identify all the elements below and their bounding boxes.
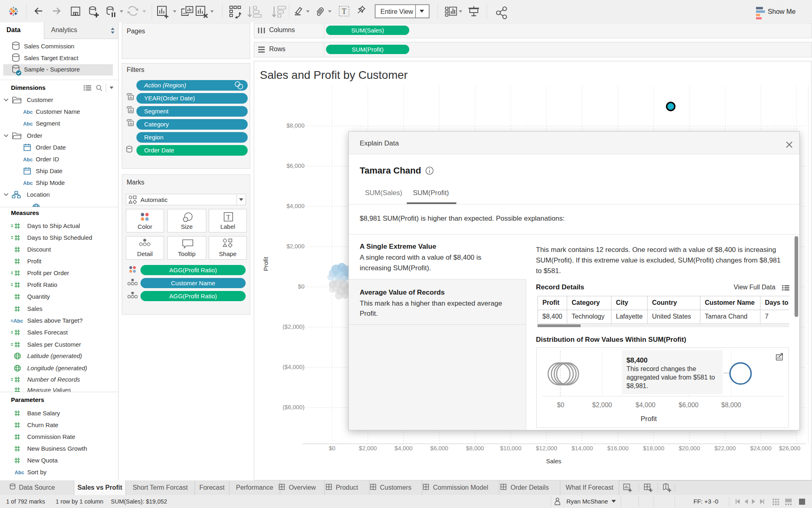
svg-text:Abc: Abc xyxy=(23,180,33,186)
svg-text:Abc: Abc xyxy=(15,470,24,475)
svg-text:Ryan McShane: Ryan McShane xyxy=(566,498,608,505)
svg-text:Automatic: Automatic xyxy=(140,196,168,203)
svg-text:Show Me: Show Me xyxy=(768,8,796,15)
svg-text:Abc: Abc xyxy=(23,157,33,163)
svg-text:T: T xyxy=(342,7,346,15)
svg-text:Entire View: Entire View xyxy=(380,8,413,15)
svg-text:Abc: Abc xyxy=(23,121,33,127)
svg-text:Abc: Abc xyxy=(23,109,33,115)
svg-text:FF: +3 -0: FF: +3 -0 xyxy=(693,498,718,505)
svg-text:T: T xyxy=(227,214,231,221)
svg-text:=Abc: =Abc xyxy=(11,318,23,324)
